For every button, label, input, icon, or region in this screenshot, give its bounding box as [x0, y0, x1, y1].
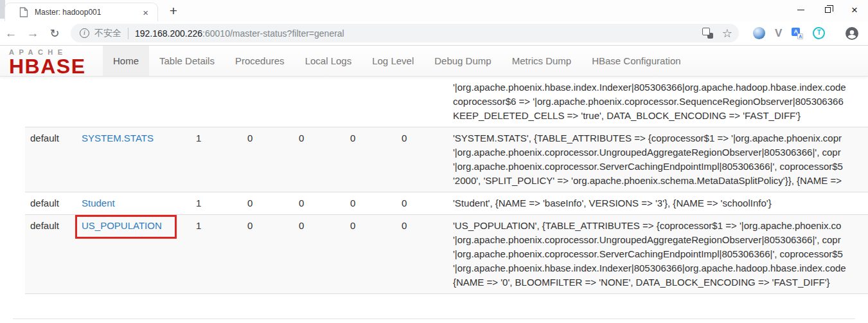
- description-line: '2000', 'SPLIT_POLICY' => 'org.apache.ph…: [453, 174, 863, 188]
- table-row: default US_POPULATION 1 0 0 0 0 'US_POPU…: [25, 215, 868, 294]
- nav-item-procedures[interactable]: Procedures: [225, 46, 295, 76]
- description-line: coprocessor$6 => '|org.apache.phoenix.co…: [453, 95, 863, 109]
- cell-table-name: Student: [76, 192, 191, 215]
- close-icon: ×: [851, 5, 858, 15]
- cell-table-name: [76, 77, 191, 127]
- description-line: KEEP_DELETED_CELLS => 'true', DATA_BLOCK…: [453, 109, 863, 123]
- cell-value: 1: [191, 127, 242, 192]
- address-bar[interactable]: i 不安全 192.168.200.226:60010/master-statu…: [71, 24, 739, 42]
- cell-table-name: US_POPULATION: [76, 215, 191, 294]
- bottom-divider: [13, 318, 855, 319]
- cell-value: 0: [242, 215, 294, 294]
- cell-namespace: default: [25, 127, 76, 192]
- browser-window: Master: hadoop001 × + × ← → ↻ i 不安全 192.…: [0, 0, 868, 323]
- profile-avatar-icon[interactable]: [844, 26, 860, 41]
- cell-value: 0: [242, 192, 294, 215]
- user-tables-table: '|org.apache.phoenix.hbase.index.Indexer…: [25, 77, 868, 294]
- cell-namespace: [25, 77, 76, 127]
- cell-value: 0: [345, 127, 396, 192]
- url-separator: [128, 28, 128, 39]
- site-info-icon[interactable]: i: [80, 28, 89, 38]
- tables-list: '|org.apache.phoenix.hbase.index.Indexer…: [0, 77, 868, 294]
- description-line: '|org.apache.phoenix.coprocessor.ServerC…: [453, 160, 863, 174]
- window-controls: ×: [787, 0, 868, 19]
- close-button[interactable]: ×: [841, 0, 868, 19]
- cell-value: 0: [294, 192, 345, 215]
- forward-button[interactable]: →: [22, 26, 44, 41]
- tab-close-icon[interactable]: ×: [140, 7, 151, 18]
- cell-value: 0: [294, 127, 345, 192]
- url-host: 192.168.200.226: [135, 28, 202, 39]
- tab-strip: Master: hadoop001 × + ×: [0, 0, 868, 21]
- browser-tab[interactable]: Master: hadoop001 ×: [4, 3, 158, 21]
- minimize-button[interactable]: [787, 0, 814, 19]
- extension-sphere-icon[interactable]: [753, 27, 765, 39]
- description-line: '|org.apache.phoenix.coprocessor.Ungroup…: [453, 145, 863, 160]
- reload-button[interactable]: ↻: [44, 26, 66, 41]
- table-row: default Student 1 0 0 0 0 'Student', {NA…: [25, 192, 868, 215]
- nav-item-local-logs[interactable]: Local Logs: [295, 46, 362, 76]
- description-line: '|org.apache.phoenix.hbase.index.Indexer…: [453, 261, 863, 275]
- extension-t-icon[interactable]: T: [813, 27, 825, 39]
- table-row: '|org.apache.phoenix.hbase.index.Indexer…: [25, 77, 868, 127]
- cell-value: 1: [191, 215, 242, 294]
- description-line: '|org.apache.phoenix.hbase.index.Indexer…: [453, 80, 863, 95]
- cell-value: 0: [345, 215, 396, 294]
- extension-translate-icon[interactable]: A A: [792, 28, 803, 39]
- cell-value: [191, 77, 242, 127]
- cell-description: '|org.apache.phoenix.hbase.index.Indexer…: [448, 77, 868, 127]
- cell-namespace: default: [25, 192, 76, 215]
- cell-table-name: SYSTEM.STATS: [76, 127, 191, 192]
- nav-item-debug-dump[interactable]: Debug Dump: [424, 46, 501, 76]
- cell-value: 0: [396, 127, 448, 192]
- back-button[interactable]: ←: [0, 26, 22, 41]
- description-line: 'SYSTEM.STATS', {TABLE_ATTRIBUTES => {co…: [453, 131, 863, 145]
- url-text: 192.168.200.226:60010/master-status?filt…: [135, 28, 697, 39]
- description-line: {NAME => '0', BLOOMFILTER => 'NONE', DAT…: [453, 275, 863, 290]
- hbase-logo[interactable]: APACHE HBASE: [0, 46, 103, 76]
- security-label: 不安全: [94, 28, 121, 39]
- cell-value: [396, 77, 448, 127]
- table-link-system-stats[interactable]: SYSTEM.STATS: [82, 133, 154, 143]
- extension-v-icon[interactable]: V: [775, 28, 782, 39]
- minimize-icon: [797, 10, 804, 10]
- description-line: '|org.apache.phoenix.coprocessor.Ungroup…: [453, 233, 863, 247]
- cell-value: 0: [345, 192, 396, 215]
- nav-menu: Home Table Details Procedures Local Logs…: [103, 46, 691, 76]
- table-link-student[interactable]: Student: [82, 198, 115, 208]
- table-row: default SYSTEM.STATS 1 0 0 0 0 'SYSTEM.S…: [25, 127, 868, 192]
- cell-value: 0: [396, 192, 448, 215]
- cell-description: 'SYSTEM.STATS', {TABLE_ATTRIBUTES => {co…: [448, 127, 868, 192]
- description-line: 'Student', {NAME => 'baseInfo', VERSIONS…: [453, 196, 863, 210]
- bookmark-star-icon[interactable]: ☆: [722, 28, 732, 39]
- omnibox-actions: ☆: [702, 28, 732, 39]
- cell-value: 0: [396, 215, 448, 294]
- cell-namespace: default: [25, 215, 76, 294]
- nav-item-hbase-configuration[interactable]: HBase Configuration: [581, 46, 691, 76]
- translate-icon[interactable]: [702, 28, 713, 39]
- cell-value: 0: [294, 215, 345, 294]
- url-path: :60010/master-status?filter=general: [202, 28, 344, 39]
- new-tab-button[interactable]: +: [164, 2, 182, 20]
- page-favicon-icon: [19, 7, 28, 17]
- restore-icon: [825, 7, 831, 13]
- extension-icons: V A A T: [753, 27, 825, 39]
- nav-item-log-level[interactable]: Log Level: [362, 46, 424, 76]
- cell-description: 'Student', {NAME => 'baseInfo', VERSIONS…: [448, 192, 868, 215]
- cell-value: 0: [242, 127, 294, 192]
- description-line: '|org.apache.phoenix.coprocessor.ServerC…: [453, 247, 863, 261]
- nav-item-metrics-dump[interactable]: Metrics Dump: [502, 46, 582, 76]
- browser-toolbar: ← → ↻ i 不安全 192.168.200.226:60010/master…: [0, 21, 868, 46]
- cell-description: 'US_POPULATION', {TABLE_ATTRIBUTES => {c…: [448, 215, 868, 294]
- logo-hbase-text: HBASE: [9, 56, 103, 77]
- nav-item-table-details[interactable]: Table Details: [149, 46, 225, 76]
- cell-value: [242, 77, 294, 127]
- nav-item-home[interactable]: Home: [103, 46, 149, 76]
- cell-value: 1: [191, 192, 242, 215]
- cell-value: [345, 77, 396, 127]
- tab-title: Master: hadoop001: [35, 8, 140, 17]
- description-line: 'US_POPULATION', {TABLE_ATTRIBUTES => {c…: [453, 219, 863, 233]
- cell-value: [294, 77, 345, 127]
- restore-button[interactable]: [814, 0, 841, 19]
- table-link-us-population[interactable]: US_POPULATION: [82, 220, 162, 231]
